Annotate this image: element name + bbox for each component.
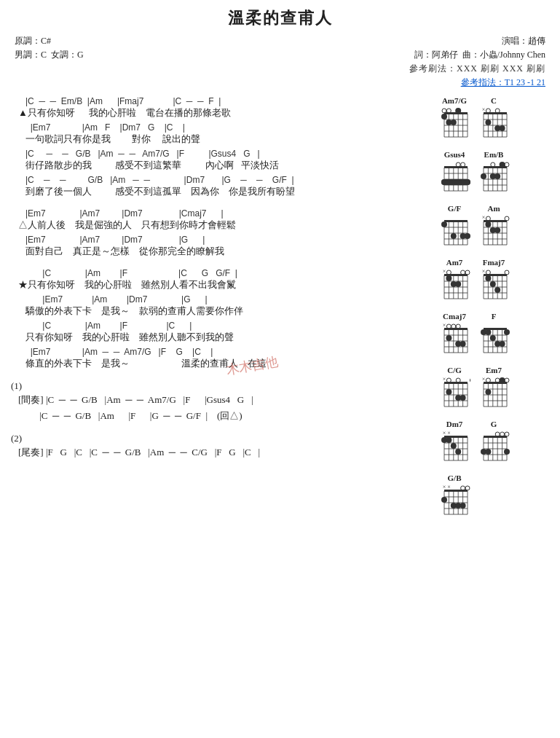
- chord-grid: [438, 160, 470, 198]
- chord-label: Gsus4: [444, 150, 465, 159]
- chord-grid: ×: [478, 106, 510, 144]
- svg-point-234: [446, 437, 451, 443]
- svg-point-180: [504, 329, 510, 335]
- lyric-line: ★只有你知呀 我的心肝啦 雖然別人看不出我會鬣: [11, 278, 429, 291]
- chord-diagram: Am7/G: [438, 96, 470, 144]
- svg-point-236: [455, 449, 461, 455]
- lyric-line: 一句歌詞只有你是我 對你 說出的聲: [11, 133, 429, 146]
- chord-grid: ×: [438, 268, 470, 306]
- chord-label: Em/B: [484, 150, 504, 159]
- chord-label: Fmaj7: [483, 258, 505, 267]
- lyricist-composer: 詞：阿弟仔 曲：小蟲/Johnny Chen: [414, 49, 545, 61]
- svg-point-177: [490, 335, 496, 341]
- svg-point-196: [470, 378, 470, 382]
- key-variants: 男調：C 女調：G: [15, 49, 84, 61]
- lyric-line: △人前人後 我是倔強的人 只有想到你時才會輕鬆: [11, 219, 429, 232]
- svg-text:×: ×: [482, 268, 486, 275]
- svg-point-160: [446, 335, 451, 341]
- chord-diagram: Am7×: [438, 258, 470, 306]
- svg-point-88: [465, 233, 470, 239]
- chord-line: |C ─ ─ G/B |Am ─ ─ |Dm7 |G ─ ─ G/F |: [11, 175, 429, 185]
- strum-ref: 參考刷法：XXX 刷刷 XXX 刷刷: [409, 63, 545, 75]
- svg-point-16: [451, 119, 457, 125]
- svg-text:×: ×: [447, 484, 451, 490]
- chord-grid: [478, 160, 510, 198]
- svg-text:×: ×: [482, 376, 486, 382]
- svg-point-71: [494, 173, 500, 179]
- singer: 演唱：趙傳: [502, 35, 545, 47]
- chord-diagram-row: Am7×Fmaj7×: [438, 258, 549, 306]
- svg-text:×: ×: [443, 376, 446, 382]
- chord-grid: ×: [478, 376, 510, 414]
- chord-grid: ××: [438, 430, 470, 468]
- chord-diagram: F: [478, 312, 510, 360]
- svg-point-253: [485, 449, 491, 455]
- chord-label: G/F: [448, 204, 461, 213]
- svg-point-72: [500, 162, 505, 168]
- section-marker: (1): [11, 380, 429, 392]
- chord-label: G: [491, 420, 497, 428]
- chord-label: F: [492, 312, 497, 321]
- svg-text:×: ×: [447, 430, 451, 436]
- chord-diagram: G/F: [438, 204, 470, 252]
- spacer: [11, 373, 429, 380]
- chord-line: |C |Am |F |C G G/F |: [11, 268, 429, 278]
- svg-point-104: [485, 221, 491, 227]
- chord-diagram: Dm7××: [438, 420, 470, 468]
- chord-line: |C |Am |F |C |: [11, 321, 429, 331]
- chord-diagram-row: Gsus4Em/B: [438, 150, 549, 198]
- lyric-line: |C ─ ─ G/B |Am |F |G ─ ─ G/F | (回△): [11, 409, 429, 423]
- chord-diagram: Gsus4: [438, 150, 470, 198]
- lyric-line: 驕傲的外表下卡 是我～ 款弱的查甫人需要你作伴: [11, 305, 429, 318]
- svg-point-17: [455, 108, 461, 114]
- chord-diagram: G/B××: [438, 474, 470, 522]
- chord-label: Em7: [486, 366, 502, 374]
- chord-grid: ×: [478, 214, 510, 252]
- chord-label: Am7: [446, 258, 463, 267]
- svg-rect-54: [441, 179, 470, 185]
- spacer: [11, 201, 429, 208]
- chord-label: Dm7: [446, 420, 463, 428]
- svg-point-125: [455, 281, 461, 287]
- svg-point-86: [451, 233, 457, 239]
- chord-diagram: C/G×: [438, 366, 470, 414]
- svg-rect-73: [444, 220, 468, 222]
- spacer: [11, 261, 429, 268]
- chord-grid: ×: [438, 376, 470, 414]
- chord-label: Am: [487, 204, 500, 213]
- chord-diagram: Em/B: [478, 150, 510, 198]
- chord-diagram-row: Cmaj7×F: [438, 312, 549, 360]
- svg-text:×: ×: [443, 430, 446, 436]
- svg-point-235: [451, 443, 457, 449]
- svg-point-142: [490, 281, 496, 287]
- svg-point-162: [460, 341, 466, 347]
- lyric-line: [間奏] |C ─ ─ G/B |Am ─ ─ Am7/G |F |Gsus4 …: [11, 393, 429, 407]
- section-marker: (2): [11, 433, 429, 444]
- chord-diagram: Cmaj7×: [438, 312, 470, 360]
- chord-diagram: Fmaj7×: [478, 258, 510, 306]
- chord-diagram-row: Am7/GC×: [438, 96, 549, 144]
- lyrics-section: |C ─ ─ Em/B |Am |Fmaj7 |C ─ ─ F |▲只有你知呀 …: [11, 96, 433, 522]
- spacer: [11, 425, 429, 433]
- svg-text:×: ×: [443, 484, 446, 490]
- chord-line: |Em7 |Am F |Dm7 G |C |: [11, 122, 429, 133]
- svg-point-106: [494, 227, 500, 233]
- svg-point-176: [485, 329, 491, 335]
- chord-grid: ××: [438, 484, 470, 522]
- chord-diagram: C×: [478, 96, 510, 144]
- svg-point-218: [500, 377, 505, 383]
- chord-line: |Em7 |Am7 |Dm7 |Cmaj7 |: [11, 208, 429, 219]
- svg-text:×: ×: [443, 322, 446, 329]
- chord-label: Cmaj7: [443, 312, 466, 321]
- chord-line: |C ─ ─ Em/B |Am |Fmaj7 |C ─ ─ F |: [11, 96, 429, 106]
- svg-point-69: [481, 173, 486, 179]
- svg-point-271: [441, 497, 447, 503]
- svg-point-35: [500, 125, 505, 131]
- lyric-line: 只有你知呀 我的心肝啦 雖然別人聽不到我的聲: [11, 331, 429, 344]
- svg-point-143: [494, 287, 500, 293]
- svg-point-123: [446, 275, 451, 281]
- page-title: 溫柔的查甫人: [11, 7, 549, 29]
- lyric-line: 面對自己 真正是～怎樣 從你那完全的瞭解我: [11, 245, 429, 258]
- chord-line: |Em7 |Am ─ ─ Am7/G |F G |C |: [11, 347, 429, 357]
- lyric-line: 條直的外表下卡 是我～ 溫柔的查甫人 在這: [11, 357, 429, 370]
